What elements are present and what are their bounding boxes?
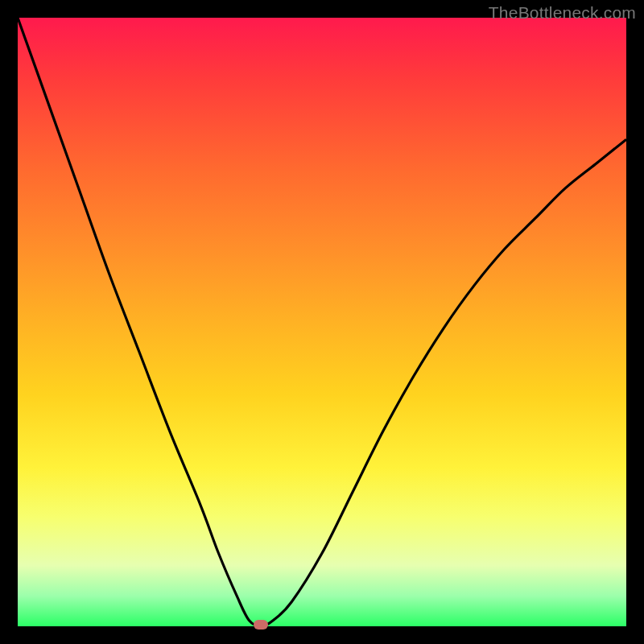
watermark-text: TheBottleneck.com — [489, 3, 636, 23]
bottleneck-curve — [18, 18, 626, 626]
plot-area — [18, 18, 626, 626]
curve-path — [18, 18, 626, 626]
optimal-point-marker — [254, 620, 268, 630]
